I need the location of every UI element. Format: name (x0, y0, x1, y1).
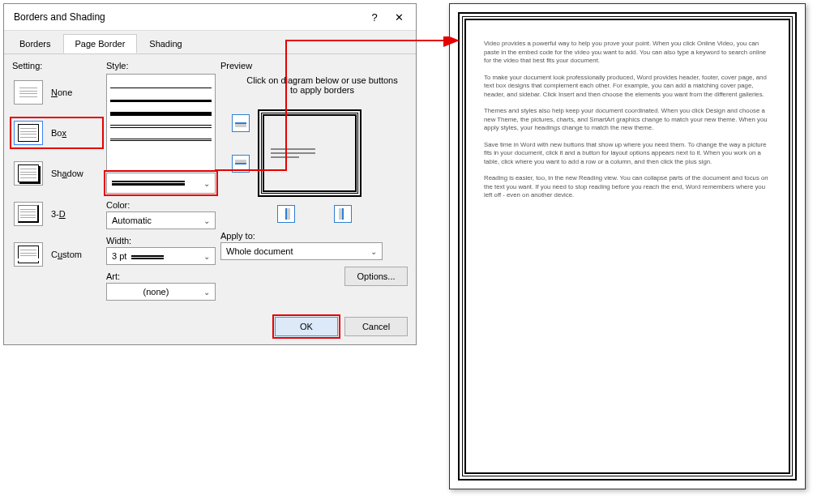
chevron-down-icon: ⌄ (200, 216, 213, 225)
style-option[interactable] (110, 135, 212, 144)
tabs: Borders Page Border Shading (4, 31, 416, 54)
style-label: Style: (106, 61, 216, 70)
document-preview-page: Video provides a powerful way to help yo… (449, 3, 806, 489)
document-paragraph: To make your document look professionall… (484, 74, 771, 100)
help-icon[interactable]: ? (362, 9, 387, 25)
art-value: (none) (112, 287, 200, 297)
width-combo[interactable]: 3 pt ⌄ (106, 247, 216, 265)
setting-custom[interactable]: Custom (12, 241, 101, 268)
tab-shading[interactable]: Shading (137, 34, 194, 53)
document-paragraph: Save time in Word with new buttons that … (484, 141, 771, 167)
dialog-title: Borders and Shading (9, 11, 362, 23)
preview-page (258, 109, 362, 197)
chevron-down-icon: ⌄ (200, 179, 213, 188)
setting-label: Setting: (12, 61, 101, 70)
document-paragraph: Video provides a powerful way to help yo… (484, 40, 771, 66)
document-paragraph: Reading is easier, too, in the new Readi… (484, 174, 771, 200)
tab-borders[interactable]: Borders (7, 34, 63, 53)
setting-none[interactable]: None (12, 79, 101, 106)
apply-to-value: Whole document (226, 246, 367, 256)
ok-button[interactable]: OK (275, 317, 338, 336)
style-option[interactable] (110, 109, 212, 118)
art-label: Art: (106, 271, 216, 281)
none-thumb-icon (14, 80, 43, 105)
preview-label: Preview (220, 61, 408, 70)
titlebar: Borders and Shading ? ✕ (4, 4, 416, 31)
setting-box[interactable]: Box (12, 119, 101, 147)
style-option[interactable] (110, 122, 212, 131)
document-body: Video provides a powerful way to help yo… (464, 19, 790, 474)
style-selected-combo[interactable]: ⌄ (106, 173, 216, 194)
preview-area (229, 103, 399, 224)
apply-right-border-button[interactable] (334, 205, 352, 223)
setting-shadow-label: Shadow (51, 169, 83, 178)
tab-page-border[interactable]: Page Border (63, 34, 138, 53)
preview-hint: Click on diagram below or use buttons to… (245, 75, 400, 95)
style-option[interactable] (110, 96, 212, 105)
apply-to-label: Apply to: (220, 231, 408, 241)
threed-thumb-icon (14, 202, 43, 226)
apply-left-border-button[interactable] (277, 205, 295, 223)
width-label: Width: (106, 236, 216, 246)
chevron-down-icon: ⌄ (367, 247, 380, 256)
style-list[interactable] (106, 74, 216, 171)
borders-shading-dialog: Borders and Shading ? ✕ Borders Page Bor… (3, 3, 417, 345)
style-option[interactable] (110, 83, 212, 92)
chevron-down-icon: ⌄ (200, 288, 213, 297)
apply-top-border-button[interactable] (232, 114, 250, 132)
apply-to-combo[interactable]: Whole document ⌄ (220, 242, 383, 260)
cancel-button[interactable]: Cancel (344, 317, 408, 336)
chevron-down-icon: ⌄ (200, 252, 213, 261)
setting-shadow[interactable]: Shadow (12, 160, 101, 187)
shadow-thumb-icon (14, 161, 43, 186)
setting-3d[interactable]: 3-D (12, 200, 101, 228)
color-combo[interactable]: Automatic ⌄ (106, 211, 216, 229)
box-thumb-icon (14, 121, 43, 145)
art-combo[interactable]: (none) ⌄ (106, 283, 216, 301)
color-value: Automatic (112, 216, 200, 225)
close-icon[interactable]: ✕ (387, 9, 411, 25)
color-label: Color: (106, 200, 216, 210)
document-paragraph: Themes and styles also help keep your do… (484, 107, 771, 133)
options-button[interactable]: Options... (344, 267, 408, 286)
custom-thumb-icon (14, 242, 43, 267)
apply-bottom-border-button[interactable] (232, 155, 250, 173)
width-value: 3 pt (112, 251, 126, 261)
